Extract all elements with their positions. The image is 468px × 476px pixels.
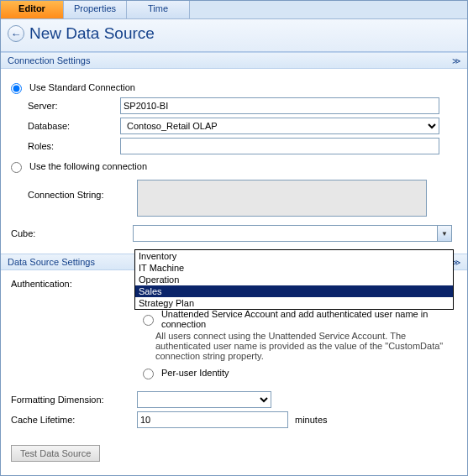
server-input[interactable] (120, 97, 439, 114)
formatting-dimension-select[interactable] (137, 391, 271, 408)
use-standard-label: Use Standard Connection (29, 82, 135, 92)
cube-option-strategy-plan[interactable]: Strategy Plan (135, 297, 453, 309)
auth-peruser-radio[interactable] (143, 369, 154, 379)
cube-dropdown-list[interactable]: Inventory IT Machine Operation Sales Str… (134, 249, 454, 310)
use-following-label: Use the following connection (29, 161, 147, 171)
connection-settings-body: Use Standard Connection Server: Database… (1, 69, 467, 254)
datasource-settings-title: Data Source Settings (8, 257, 95, 267)
server-label: Server: (28, 101, 120, 111)
cache-lifetime-input[interactable] (137, 411, 288, 428)
connstr-textarea (137, 180, 427, 217)
page-title: New Data Source (29, 24, 155, 43)
cube-select[interactable]: ▼ (133, 225, 452, 242)
top-tabs: Editor Properties Time (1, 1, 467, 19)
roles-input[interactable] (120, 138, 439, 154)
cube-option-it-machine[interactable]: IT Machine (135, 262, 453, 274)
cube-label: Cube: (11, 228, 133, 238)
cube-option-inventory[interactable]: Inventory (135, 250, 453, 262)
tab-properties[interactable]: Properties (64, 1, 127, 18)
use-standard-radio[interactable] (11, 83, 22, 94)
cube-option-sales[interactable]: Sales (135, 285, 453, 297)
test-data-source-button[interactable]: Test Data Source (11, 445, 100, 462)
back-button[interactable]: ← (8, 25, 24, 42)
collapse-icon: ≫ (452, 56, 460, 65)
database-label: Database: (28, 121, 120, 131)
auth-unattended-custom-help: All users connect using the Unattended S… (155, 331, 450, 361)
connstr-label: Connection String: (28, 180, 137, 200)
tab-editor[interactable]: Editor (1, 1, 64, 18)
cache-lifetime-label: Cache Lifetime: (11, 415, 137, 425)
cache-lifetime-units: minutes (295, 415, 328, 425)
page-title-bar: ← New Data Source (1, 19, 467, 52)
auth-unattended-custom-label: Unattended Service Account and add authe… (161, 309, 457, 329)
dropdown-icon[interactable]: ▼ (437, 226, 451, 241)
formatting-dimension-label: Formatting Dimension: (11, 395, 137, 405)
database-select[interactable]: Contoso_Retail OLAP (120, 118, 439, 134)
auth-peruser-label: Per-user Identity (161, 368, 229, 378)
cube-option-operation[interactable]: Operation (135, 274, 453, 285)
roles-label: Roles: (28, 141, 120, 151)
auth-unattended-custom-radio[interactable] (143, 315, 154, 326)
use-standard-row: Use Standard Connection (11, 81, 457, 94)
connection-settings-title: Connection Settings (8, 55, 90, 65)
use-following-radio[interactable] (11, 162, 22, 173)
use-following-row: Use the following connection (11, 160, 457, 173)
authentication-label: Authentication: (11, 277, 130, 379)
connection-settings-header[interactable]: Connection Settings ≫ (1, 52, 467, 69)
tab-time[interactable]: Time (127, 1, 190, 18)
